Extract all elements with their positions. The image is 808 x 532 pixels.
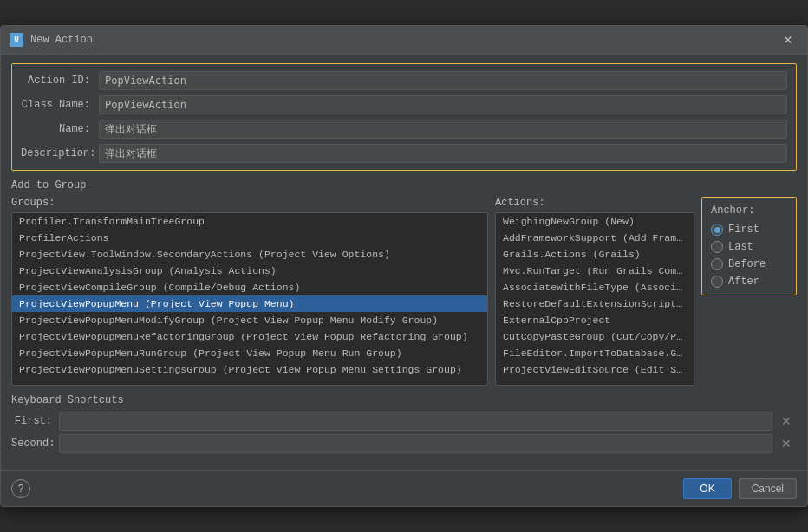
group-list-item[interactable]: Profiler.TransformMainTreeGroup (12, 213, 487, 230)
radio-circle (711, 276, 723, 288)
name-input[interactable] (99, 120, 787, 139)
anchor-option-label: After (728, 276, 759, 288)
groups-list[interactable]: Profiler.TransformMainTreeGroupProfilerA… (11, 212, 488, 386)
action-id-label: Action ID: (21, 75, 99, 87)
name-label: Name: (21, 123, 99, 135)
actions-list[interactable]: WeighingNewGroup (New)AddFrameworkSuppor… (495, 212, 694, 386)
action-id-row: Action ID: (21, 71, 787, 90)
class-name-row: Class Name: (21, 95, 787, 114)
radio-circle (711, 241, 723, 253)
actions-column: Actions: WeighingNewGroup (New)AddFramew… (495, 197, 694, 386)
anchor-option[interactable]: First (711, 224, 787, 236)
name-row: Name: (21, 120, 787, 139)
anchor-title: Anchor: (711, 204, 787, 217)
groups-label: Groups: (11, 197, 488, 209)
title-bar-left: U New Action (10, 33, 93, 47)
radio-circle (711, 258, 723, 270)
action-list-item[interactable]: Mvc.RunTarget (Run Grails Command) (496, 263, 694, 279)
keyboard-second-label: Second: (11, 438, 59, 450)
anchor-option-label: First (728, 224, 759, 236)
action-list-item[interactable]: Grails.Actions (Grails) (496, 246, 694, 263)
description-row: Description: (21, 144, 787, 163)
keyboard-second-input[interactable] (59, 434, 772, 453)
radio-circle (711, 224, 723, 236)
description-label: Description: (21, 147, 99, 159)
action-list-item[interactable]: RestoreDefaultExtensionScripts (Res (496, 295, 694, 312)
actions-label: Actions: (495, 197, 694, 209)
dialog-body: Action ID: Class Name: Name: Description… (1, 55, 807, 470)
keyboard-first-label: First: (11, 415, 59, 427)
action-list-item[interactable]: FileEditor.ImportToDatabase.Group (496, 345, 694, 361)
group-list-item[interactable]: ProjectViewPopupMenu (Project View Popup… (12, 295, 487, 312)
group-list-item[interactable]: ProjectViewPopupMenuRunGroup (Project Vi… (12, 345, 487, 361)
close-button[interactable]: ✕ (778, 31, 798, 49)
anchor-option-label: Before (728, 258, 766, 270)
class-name-label: Class Name: (21, 99, 99, 111)
group-list-item[interactable]: ProjectViewPopupMenuModifyGroup (Project… (12, 312, 487, 328)
action-list-item[interactable]: CutCopyPasteGroup (Cut/Copy/Paste Ac (496, 328, 694, 345)
cancel-button[interactable]: Cancel (739, 478, 797, 499)
group-list-item[interactable]: ProjectViewCompileGroup (Compile/Debug A… (12, 279, 487, 295)
keyboard-second-clear[interactable]: ✕ (776, 437, 797, 451)
footer: ? OK Cancel (1, 470, 807, 506)
keyboard-first-row: First: ✕ (11, 412, 797, 431)
anchor-option[interactable]: After (711, 276, 787, 288)
form-section: Action ID: Class Name: Name: Description… (11, 63, 797, 171)
radio-dot (714, 227, 720, 233)
anchor-option[interactable]: Last (711, 241, 787, 253)
help-button[interactable]: ? (11, 479, 30, 498)
action-list-item[interactable]: AddFrameworkSupport (Add Framework S (496, 230, 694, 246)
keyboard-first-input[interactable] (59, 412, 772, 431)
anchor-column: Anchor: FirstLastBeforeAfter (701, 197, 797, 295)
groups-column: Groups: Profiler.TransformMainTreeGroupP… (11, 197, 488, 386)
add-to-group-title: Add to Group (11, 179, 797, 191)
anchor-box: Anchor: FirstLastBeforeAfter (701, 197, 797, 295)
class-name-input[interactable] (99, 95, 787, 114)
keyboard-first-clear[interactable]: ✕ (776, 414, 797, 428)
keyboard-second-row: Second: ✕ (11, 434, 797, 453)
keyboard-section: Keyboard Shortcuts First: ✕ Second: ✕ (11, 394, 797, 453)
group-list-item[interactable]: ProjectView.ToolWindow.SecondaryActions … (12, 246, 487, 263)
ok-button[interactable]: OK (683, 478, 731, 499)
dialog-icon: U (10, 33, 23, 47)
group-list-item[interactable]: ProjectViewPopupMenuRefactoringGroup (Pr… (12, 328, 487, 345)
new-action-dialog: U New Action ✕ Action ID: Class Name: Na… (0, 25, 808, 507)
groups-actions-anchor: Groups: Profiler.TransformMainTreeGroupP… (11, 197, 797, 386)
description-input[interactable] (99, 144, 787, 163)
action-list-item[interactable]: ProjectViewEditSource (Edit Source) (496, 361, 694, 378)
title-bar: U New Action ✕ (1, 26, 807, 55)
action-id-input[interactable] (99, 71, 787, 90)
group-list-item[interactable]: ProjectViewAnalysisGroup (Analysis Actio… (12, 263, 487, 279)
anchor-option[interactable]: Before (711, 258, 787, 270)
keyboard-title: Keyboard Shortcuts (11, 394, 797, 406)
footer-buttons: OK Cancel (683, 478, 797, 499)
action-list-item[interactable]: ExternalCppProject (496, 312, 694, 328)
group-list-item[interactable]: ProfilerActions (12, 230, 487, 246)
dialog-title: New Action (30, 34, 93, 46)
group-list-item[interactable]: ProjectViewPopupMenuSettingsGroup (Proje… (12, 361, 487, 378)
action-list-item[interactable]: WeighingNewGroup (New) (496, 213, 694, 230)
anchor-option-label: Last (728, 241, 753, 253)
action-list-item[interactable]: AssociateWithFileType (Associate wi (496, 279, 694, 295)
